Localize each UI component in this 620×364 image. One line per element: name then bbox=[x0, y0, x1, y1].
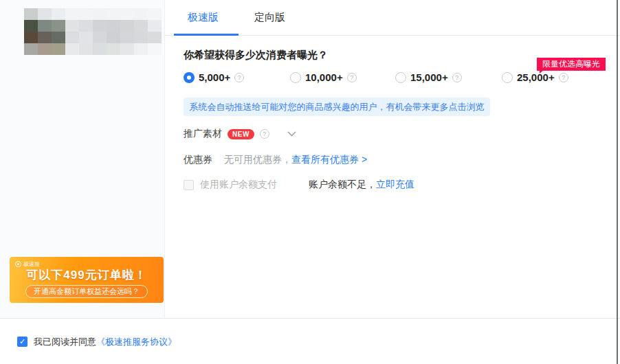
balance-status: 账户余额不足， bbox=[309, 179, 376, 191]
exposure-option-15000[interactable]: 15,000+ ? bbox=[395, 71, 462, 83]
mosaic-cell bbox=[24, 8, 38, 20]
option-label: 15,000+ bbox=[410, 71, 448, 83]
mosaic-cell bbox=[79, 43, 93, 55]
mosaic-cell bbox=[107, 43, 120, 55]
view-all-coupons-link[interactable]: 查看所有优惠券 > bbox=[291, 154, 367, 166]
mosaic-cell bbox=[93, 43, 107, 55]
new-badge: NEW bbox=[228, 129, 254, 139]
censored-thumbnail bbox=[24, 8, 162, 55]
mosaic-cell bbox=[148, 20, 162, 32]
tab-express-version[interactable]: 极速版 bbox=[188, 11, 219, 24]
radio-icon[interactable] bbox=[502, 72, 513, 83]
recharge-link[interactable]: 立即充值 bbox=[376, 179, 414, 191]
help-icon[interactable]: ? bbox=[347, 73, 357, 82]
option-label: 25,000+ bbox=[517, 71, 555, 83]
mosaic-cell bbox=[24, 20, 38, 32]
promo-banner[interactable]: 极速推 可以下499元订单啦！ 开通高金额订单权益还会远吗？ bbox=[10, 257, 164, 303]
promotion-checkout-page: 极速推 可以下499元订单啦！ 开通高金额订单权益还会远吗？ 极速版 定向版 你… bbox=[0, 0, 620, 364]
mosaic-cell bbox=[52, 20, 65, 32]
balance-checkbox-label: 使用账户余额支付 bbox=[200, 179, 277, 191]
mosaic-cell bbox=[79, 20, 93, 32]
mosaic-cell bbox=[148, 43, 162, 55]
service-agreement-link[interactable]: 《极速推服务协议》 bbox=[96, 336, 177, 348]
mosaic-cell bbox=[107, 20, 120, 32]
mosaic-cell bbox=[148, 8, 162, 20]
limited-high-exposure-badge: 限量优选高曝光 bbox=[537, 58, 606, 71]
mosaic-cell bbox=[93, 8, 107, 20]
mosaic-cell bbox=[65, 20, 79, 32]
mosaic-cell bbox=[65, 43, 79, 55]
radio-icon[interactable] bbox=[290, 72, 301, 83]
mosaic-cell bbox=[120, 8, 134, 20]
balance-checkbox[interactable] bbox=[184, 180, 194, 190]
mosaic-cell bbox=[79, 32, 93, 43]
exposure-option-5000[interactable]: 5,000+ ? bbox=[184, 71, 244, 83]
mosaic-cell bbox=[93, 20, 107, 32]
help-icon[interactable]: ? bbox=[452, 73, 462, 82]
mosaic-cell bbox=[93, 32, 107, 43]
mosaic-cell bbox=[79, 8, 93, 20]
mosaic-cell bbox=[134, 8, 148, 20]
mosaic-cell bbox=[148, 32, 162, 43]
mosaic-cell bbox=[52, 43, 65, 55]
agreement-checkbox[interactable]: ✓ bbox=[17, 337, 27, 347]
mosaic-cell bbox=[65, 32, 79, 43]
mosaic-cell bbox=[134, 20, 148, 32]
mosaic-cell bbox=[38, 8, 52, 20]
brand-logo-icon bbox=[15, 261, 21, 267]
mosaic-cell bbox=[38, 20, 52, 32]
mosaic-cell bbox=[52, 8, 65, 20]
mosaic-cell bbox=[52, 32, 65, 43]
coupon-row: 优惠券 无可用优惠券， 查看所有优惠券 > bbox=[184, 154, 367, 166]
mosaic-cell bbox=[65, 8, 79, 20]
help-icon[interactable]: ? bbox=[559, 73, 568, 82]
main-content: 极速版 定向版 你希望获得多少次消费者曝光？ 5,000+ ? 10,000+ … bbox=[165, 0, 620, 318]
mosaic-cell bbox=[134, 32, 148, 43]
exposure-option-10000[interactable]: 10,000+ ? bbox=[290, 71, 357, 83]
balance-row: 使用账户余额支付 账户余额不足， 立即充值 bbox=[184, 179, 414, 191]
exposure-question: 你希望获得多少次消费者曝光？ bbox=[184, 49, 328, 62]
mosaic-cell bbox=[107, 8, 120, 20]
version-tabs: 极速版 定向版 bbox=[165, 0, 620, 36]
coupon-status: 无可用优惠券， bbox=[224, 154, 291, 166]
agreement-row: ✓ 我已阅读并同意 《极速推服务协议》 bbox=[17, 319, 177, 364]
option-label: 10,000+ bbox=[305, 71, 343, 83]
tab-targeted-version[interactable]: 定向版 bbox=[254, 11, 285, 24]
help-icon[interactable]: ? bbox=[260, 129, 269, 139]
product-side-panel: 极速推 可以下499元订单啦！ 开通高金额订单权益还会远吗？ bbox=[0, 0, 165, 318]
material-label: 推广素材 bbox=[184, 128, 222, 140]
mosaic-cell bbox=[134, 43, 148, 55]
mosaic-cell bbox=[24, 43, 38, 55]
mosaic-cell bbox=[120, 43, 134, 55]
mosaic-cell bbox=[24, 32, 38, 43]
mosaic-cell bbox=[120, 32, 134, 43]
active-tab-underline bbox=[174, 34, 239, 36]
exposure-option-25000[interactable]: 25,000+ ? bbox=[502, 71, 568, 83]
payment-footer: ✓ 我已阅读并同意 《极速推服务协议》 限时优惠 订单金额 ? ： ¥99.00… bbox=[0, 318, 620, 364]
coupon-label: 优惠券 bbox=[184, 154, 212, 166]
chevron-down-icon[interactable] bbox=[287, 131, 296, 137]
material-row: 推广素材 NEW ? bbox=[184, 128, 296, 140]
option-label: 5,000+ bbox=[199, 71, 230, 83]
window-right-edge bbox=[617, 0, 618, 364]
mosaic-cell bbox=[38, 43, 52, 55]
exposure-hint: 系统会自动推送给可能对您的商品感兴趣的用户，有机会带来更多点击浏览 bbox=[184, 98, 490, 116]
radio-selected-icon[interactable] bbox=[184, 72, 195, 83]
mosaic-cell bbox=[120, 20, 134, 32]
banner-subtitle: 开通高金额订单权益还会远吗？ bbox=[25, 285, 148, 298]
mosaic-cell bbox=[107, 32, 120, 43]
banner-title: 可以下499元订单啦！ bbox=[10, 267, 164, 283]
help-icon[interactable]: ? bbox=[234, 73, 244, 82]
mosaic-cell bbox=[38, 32, 52, 43]
radio-icon[interactable] bbox=[395, 72, 406, 83]
agreement-text: 我已阅读并同意 bbox=[34, 336, 96, 348]
